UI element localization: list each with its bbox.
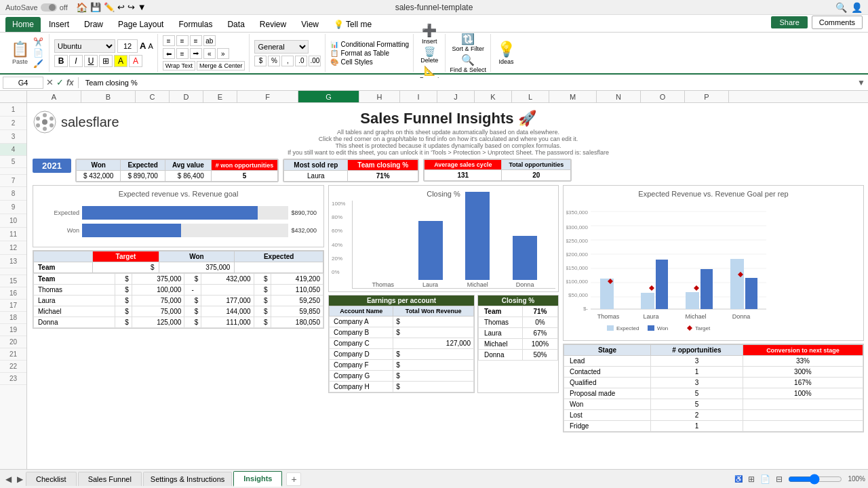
accessibility-icon[interactable]: ♿: [734, 475, 743, 483]
autosave-state: off: [60, 3, 68, 12]
cond-format-button[interactable]: 📊Conditional Formatting: [330, 41, 409, 48]
add-sheet-button[interactable]: +: [286, 472, 301, 486]
indent-inc-btn[interactable]: »: [217, 48, 229, 59]
zoom-slider[interactable]: [788, 475, 842, 483]
find-select-button[interactable]: 🔍 Find & Select: [450, 54, 487, 73]
autosave-toggle[interactable]: [41, 3, 57, 12]
tab-data[interactable]: Data: [220, 17, 251, 32]
align-right-btn[interactable]: ⮕: [190, 48, 202, 59]
tab-view[interactable]: View: [294, 17, 326, 32]
ideas-button[interactable]: 💡 Ideas: [497, 41, 515, 65]
col-header-n[interactable]: N: [597, 91, 641, 102]
align-top-btn[interactable]: ≡: [163, 35, 175, 46]
formula-bar-fx[interactable]: fx: [66, 78, 74, 87]
merge-center-button[interactable]: Merge & Center: [197, 61, 245, 70]
tab-draw[interactable]: Draw: [77, 17, 110, 32]
format-table-button[interactable]: 📋Format as Table: [330, 49, 409, 57]
tab-tell-me[interactable]: 💡 Tell me: [327, 17, 378, 32]
cut-icon[interactable]: ✂️: [33, 37, 43, 47]
bold-button[interactable]: B: [54, 55, 68, 67]
format-painter-icon[interactable]: 🖌️: [33, 59, 43, 68]
share-button[interactable]: Share: [771, 16, 807, 28]
col-header-h[interactable]: H: [359, 91, 400, 102]
formula-bar-confirm[interactable]: ✓: [56, 77, 64, 87]
cell-styles-button[interactable]: 🎨Cell Styles: [330, 58, 409, 66]
formula-input[interactable]: [83, 78, 854, 87]
col-header-l[interactable]: L: [512, 91, 549, 102]
tab-review[interactable]: Review: [253, 17, 293, 32]
border-btn[interactable]: ⊞: [99, 55, 113, 67]
pencil-icon[interactable]: ✏️: [104, 2, 115, 12]
tab-nav-left[interactable]: ◀: [3, 473, 14, 485]
col-header-i[interactable]: I: [400, 91, 437, 102]
sheet-view-page[interactable]: ⊟: [776, 474, 783, 484]
align-center-btn[interactable]: ≡: [176, 48, 189, 59]
number-format-select[interactable]: General: [254, 40, 309, 54]
more-icon[interactable]: ▼: [138, 2, 146, 12]
dec-dec-btn[interactable]: .00: [309, 56, 321, 66]
svg-point-4: [43, 127, 47, 131]
col-header-a[interactable]: A: [27, 91, 81, 102]
tab-nav-right[interactable]: ▶: [14, 473, 26, 485]
tab-page-layout[interactable]: Page Layout: [111, 17, 170, 32]
underline-button[interactable]: U: [84, 55, 98, 67]
sheet-tab-settings[interactable]: Settings & Instructions: [143, 472, 232, 486]
italic-button[interactable]: I: [69, 55, 83, 67]
expected-value: $ 890,700: [121, 171, 165, 182]
indent-dec-btn[interactable]: «: [203, 48, 216, 59]
undo-icon[interactable]: ↩: [117, 2, 125, 12]
account-icon[interactable]: 👤: [851, 2, 863, 13]
formula-bar-cancel[interactable]: ✕: [46, 77, 54, 87]
home-icon[interactable]: 🏠: [76, 2, 87, 13]
sheet-view-normal[interactable]: ⊞: [748, 474, 755, 484]
col-header-e[interactable]: E: [203, 91, 237, 102]
svg-rect-29: [730, 259, 744, 309]
comments-button[interactable]: Comments: [812, 16, 863, 29]
sort-filter-button[interactable]: 🔃 Sort & Filter: [452, 33, 485, 52]
cell-reference-input[interactable]: [3, 77, 43, 89]
svg-point-7: [42, 119, 47, 125]
col-header-m[interactable]: M: [549, 91, 597, 102]
sheet-tab-insights[interactable]: Insights: [233, 471, 282, 487]
search-icon[interactable]: 🔍: [835, 2, 847, 13]
dec-inc-btn[interactable]: .0: [295, 56, 307, 66]
col-header-c[interactable]: C: [136, 91, 170, 102]
redo-icon[interactable]: ↪: [127, 2, 135, 12]
sheet-tab-sales-funnel[interactable]: Sales Funnel: [78, 472, 142, 486]
expand-formula-bar-btn[interactable]: ▼: [857, 78, 865, 87]
col-header-k[interactable]: K: [475, 91, 512, 102]
percent-btn[interactable]: %: [268, 56, 280, 66]
font-size-dec[interactable]: A: [148, 42, 153, 50]
tab-insert[interactable]: Insert: [42, 17, 76, 32]
won-expected-table: Won Expected Avg value # won opportuniti…: [75, 159, 279, 182]
delete-cells-button[interactable]: 🗑️ Delete: [420, 46, 438, 64]
wrap-text-button[interactable]: Wrap Text: [163, 61, 195, 70]
currency-btn[interactable]: $: [254, 56, 267, 66]
col-header-g[interactable]: G: [298, 91, 359, 102]
font-size-input[interactable]: [117, 39, 138, 53]
tab-formulas[interactable]: Formulas: [172, 17, 219, 32]
copy-icon[interactable]: 📄: [33, 48, 43, 58]
col-header-o[interactable]: O: [641, 91, 685, 102]
insert-cells-button[interactable]: ➕ Insert: [422, 23, 437, 45]
tab-home[interactable]: Home: [5, 17, 41, 32]
col-header-p[interactable]: P: [685, 91, 729, 102]
col-header-f[interactable]: F: [237, 91, 298, 102]
align-mid-btn[interactable]: ≡: [176, 35, 189, 46]
comma-btn[interactable]: ,: [281, 56, 294, 66]
text-orient-btn[interactable]: ab: [203, 35, 216, 46]
col-header-j[interactable]: J: [437, 91, 475, 102]
save-icon[interactable]: 💾: [90, 2, 101, 12]
year-selector[interactable]: 2021: [33, 159, 71, 173]
sheet-tab-checklist[interactable]: Checklist: [26, 472, 77, 486]
fill-color-btn[interactable]: A: [114, 55, 127, 67]
font-color-btn[interactable]: A: [129, 55, 142, 67]
col-header-b[interactable]: B: [81, 91, 136, 102]
align-left-btn[interactable]: ⬅: [163, 48, 175, 59]
align-bot-btn[interactable]: ≡: [190, 35, 202, 46]
font-family-select[interactable]: Ubuntu: [54, 39, 115, 53]
col-header-d[interactable]: D: [170, 91, 203, 102]
sheet-view-layout[interactable]: 📄: [760, 474, 770, 484]
font-size-inc[interactable]: A: [140, 41, 146, 51]
paste-button[interactable]: 📋 Paste: [8, 39, 32, 66]
